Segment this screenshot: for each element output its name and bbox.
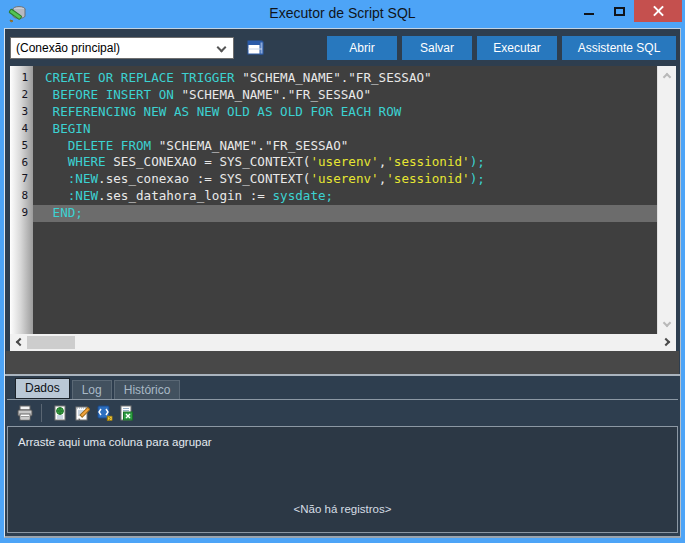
export-xml-button[interactable] [93,402,115,424]
close-button[interactable] [634,0,682,22]
code-line[interactable]: BEFORE INSERT ON "SCHEMA_NAME"."FR_SESSA… [33,87,657,104]
no-records-text: <Não há registros> [8,503,677,515]
edit-icon [74,405,90,421]
print-icon [16,405,34,421]
line-number: 7 [10,171,33,188]
export-excel-button[interactable] [115,402,137,424]
vertical-scrollbar[interactable] [657,66,676,334]
open-button[interactable]: Abrir [327,36,397,60]
scroll-right-icon[interactable] [662,338,670,346]
execute-button[interactable]: Executar [477,36,557,60]
scroll-up-icon[interactable] [663,73,671,81]
tab-dados[interactable]: Dados [15,378,70,399]
line-number: 4 [10,121,33,138]
line-number: 2 [10,87,33,104]
maximize-icon [614,7,625,16]
code-line[interactable]: DELETE FROM "SCHEMA_NAME"."FR_SESSAO" [33,138,657,155]
splitter-strip[interactable] [6,351,679,374]
export-xml-icon [96,405,113,421]
sql-editor[interactable]: 123456789 CREATE OR REPLACE TRIGGER "SCH… [10,66,676,334]
edit-button[interactable] [71,402,93,424]
line-number: 1 [10,70,33,87]
line-number: 8 [10,188,33,205]
line-number: 9 [10,205,33,222]
scroll-down-icon[interactable] [663,319,671,327]
results-tabs: Dados Log Histórico [7,376,678,399]
sql-assistant-button[interactable]: Assistente SQL [562,36,676,60]
minimize-button[interactable] [574,0,604,22]
code-line[interactable]: END; [33,205,657,222]
export-excel-icon [118,405,134,421]
connection-select-value: (Conexão principal) [16,41,120,55]
grid-toolbar [7,399,678,427]
line-number: 3 [10,104,33,121]
scroll-left-icon[interactable] [16,338,24,346]
horizontal-scrollbar[interactable] [10,334,676,351]
maximize-button[interactable] [604,0,634,22]
editor-gutter: 123456789 [10,66,33,334]
chevron-down-icon [217,42,227,52]
code-line[interactable]: REFERENCING NEW AS NEW OLD AS OLD FOR EA… [33,104,657,121]
app-window: Executor de Script SQL (Conexão principa… [0,0,685,543]
line-number: 6 [10,155,33,172]
horizontal-scroll-thumb[interactable] [27,336,75,349]
code-line[interactable]: CREATE OR REPLACE TRIGGER "SCHEMA_NAME".… [33,70,657,87]
save-button[interactable]: Salvar [402,36,472,60]
data-grid[interactable]: Arraste aqui uma coluna para agrupar <Nã… [7,427,678,533]
results-panel: Dados Log Histórico [5,374,680,536]
print-button[interactable] [14,402,36,424]
preview-icon [52,405,68,421]
code-line[interactable]: :NEW.ses_datahora_login := sysdate; [33,188,657,205]
preview-button[interactable] [49,402,71,424]
line-number: 5 [10,138,33,155]
tab-historico[interactable]: Histórico [114,380,181,399]
code-line[interactable]: BEGIN [33,121,657,138]
code-line[interactable]: WHERE SES_CONEXAO = SYS_CONTEXT('userenv… [33,154,657,171]
tab-log[interactable]: Log [72,380,112,399]
connection-select[interactable]: (Conexão principal) [10,37,234,59]
code-line[interactable]: :NEW.ses_conexao := SYS_CONTEXT('userenv… [33,171,657,188]
main-frame: (Conexão principal) Abrir Salvar Executa… [4,28,681,538]
group-panel-hint: Arraste aqui uma coluna para agrupar [18,436,212,448]
toolbar: (Conexão principal) Abrir Salvar Executa… [5,29,680,66]
title-bar: Executor de Script SQL [0,0,685,28]
editor-code[interactable]: CREATE OR REPLACE TRIGGER "SCHEMA_NAME".… [33,66,657,334]
table-icon[interactable] [247,40,264,56]
toolbar-separator [41,404,42,422]
minimize-icon [584,13,594,15]
